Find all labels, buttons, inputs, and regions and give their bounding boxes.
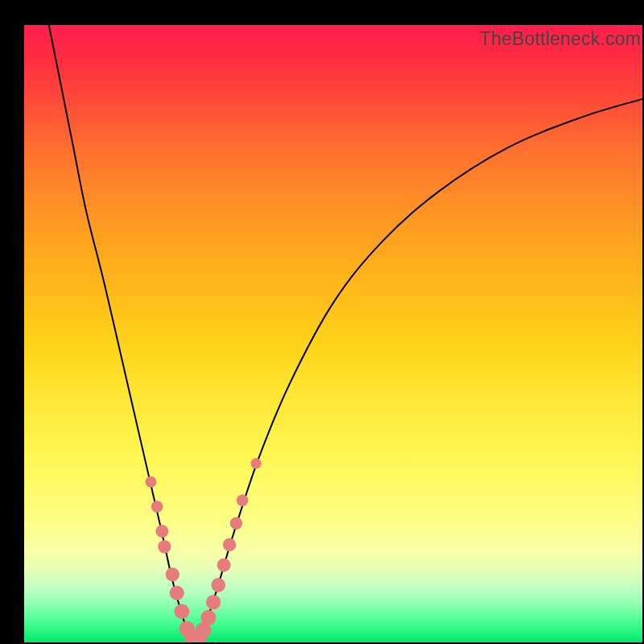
- data-point-marker: [206, 595, 221, 609]
- chart-svg: [24, 25, 642, 642]
- bottleneck-curve: [49, 25, 642, 641]
- data-point-marker: [155, 525, 168, 538]
- data-point-marker: [166, 568, 180, 581]
- chart-frame: TheBottleneck.com: [0, 0, 644, 644]
- plot-area: TheBottleneck.com: [24, 25, 642, 642]
- data-point-marker: [223, 539, 236, 551]
- markers-layer: [145, 458, 261, 642]
- data-point-marker: [170, 586, 184, 601]
- data-point-marker: [151, 501, 163, 513]
- data-point-marker: [230, 517, 242, 529]
- data-point-marker: [174, 604, 189, 619]
- data-point-marker: [237, 494, 249, 506]
- data-point-marker: [211, 578, 225, 592]
- data-point-marker: [217, 559, 231, 572]
- data-point-marker: [158, 540, 171, 553]
- data-point-marker: [250, 458, 261, 469]
- data-point-marker: [200, 610, 216, 625]
- data-point-marker: [145, 477, 156, 488]
